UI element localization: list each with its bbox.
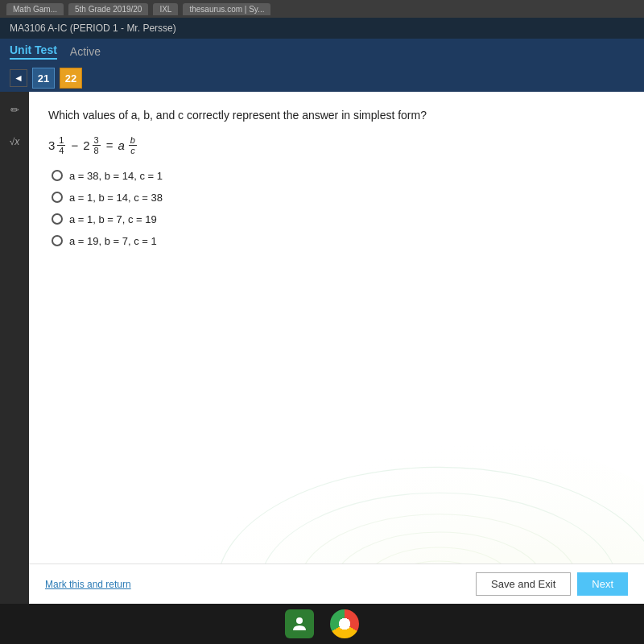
question-22[interactable]: 22 bbox=[60, 68, 82, 89]
prev-arrow[interactable]: ◄ bbox=[10, 69, 27, 87]
tab-3[interactable]: IXL bbox=[153, 3, 178, 15]
option-1-text: a = 38, b = 14, c = 1 bbox=[69, 170, 163, 182]
whole-num-3: 3 bbox=[48, 138, 55, 152]
app-header: MA3106 A-IC (PERIOD 1 - Mr. Persse) bbox=[0, 18, 644, 39]
footer-buttons: Save and Exit Next bbox=[476, 572, 628, 596]
mark-return-link[interactable]: Mark this and return bbox=[45, 579, 131, 590]
radio-3[interactable] bbox=[52, 213, 63, 225]
minus-sign: − bbox=[71, 138, 78, 152]
answer-options: a = 38, b = 14, c = 1 a = 1, b = 14, c =… bbox=[52, 170, 625, 247]
taskbar bbox=[0, 604, 644, 644]
option-3[interactable]: a = 1, b = 7, c = 19 bbox=[52, 213, 625, 225]
svg-point-8 bbox=[296, 617, 303, 624]
active-status: Active bbox=[70, 45, 101, 58]
left-sidebar: ✏ √x bbox=[0, 92, 29, 604]
whole-num-2: 2 bbox=[83, 138, 89, 152]
nav-bar: Unit Test Active bbox=[0, 39, 644, 64]
unit-test-tab[interactable]: Unit Test bbox=[10, 43, 57, 60]
taskbar-chrome-icon[interactable] bbox=[330, 609, 359, 638]
equals-sign: = bbox=[106, 138, 114, 152]
question-navigation: ◄ 21 22 bbox=[0, 64, 644, 92]
option-2[interactable]: a = 1, b = 14, c = 38 bbox=[52, 192, 625, 204]
question-21[interactable]: 21 bbox=[32, 68, 55, 89]
math-expression: 3 1 4 − 2 3 8 = a b c bbox=[48, 135, 625, 155]
pencil-icon[interactable]: ✏ bbox=[3, 98, 26, 121]
main-content-row: ✏ √x bbox=[0, 92, 644, 604]
taskbar-person-icon[interactable] bbox=[285, 609, 314, 638]
radio-4[interactable] bbox=[52, 235, 63, 246]
question-prompt: Which values of a, b, and c correctly re… bbox=[48, 108, 625, 124]
fraction-b-c: b c bbox=[129, 135, 137, 155]
fraction-1-4: 1 4 bbox=[57, 135, 65, 155]
option-1[interactable]: a = 38, b = 14, c = 1 bbox=[52, 170, 625, 182]
var-a: a bbox=[118, 138, 124, 152]
tab-2[interactable]: 5th Grade 2019/20 bbox=[68, 3, 148, 15]
tab-1[interactable]: Math Gam... bbox=[6, 3, 64, 15]
tab-4[interactable]: thesaurus.com | Sy... bbox=[183, 3, 270, 15]
next-button[interactable]: Next bbox=[577, 572, 628, 596]
question-footer: Mark this and return Save and Exit Next bbox=[29, 564, 644, 604]
fraction-3-8: 3 8 bbox=[93, 135, 101, 155]
option-4-text: a = 19, b = 7, c = 1 bbox=[69, 235, 157, 247]
radio-2[interactable] bbox=[52, 192, 63, 203]
option-3-text: a = 1, b = 7, c = 19 bbox=[69, 213, 157, 225]
browser-bar: Math Gam... 5th Grade 2019/20 IXL thesau… bbox=[0, 0, 644, 18]
sqrt-icon[interactable]: √x bbox=[3, 130, 26, 153]
question-card: Which values of a, b, and c correctly re… bbox=[29, 92, 644, 604]
radio-1[interactable] bbox=[52, 170, 63, 181]
header-title: MA3106 A-IC (PERIOD 1 - Mr. Persse) bbox=[10, 23, 176, 34]
save-exit-button[interactable]: Save and Exit bbox=[476, 572, 571, 596]
option-2-text: a = 1, b = 14, c = 38 bbox=[69, 192, 163, 204]
option-4[interactable]: a = 19, b = 7, c = 1 bbox=[52, 235, 625, 247]
